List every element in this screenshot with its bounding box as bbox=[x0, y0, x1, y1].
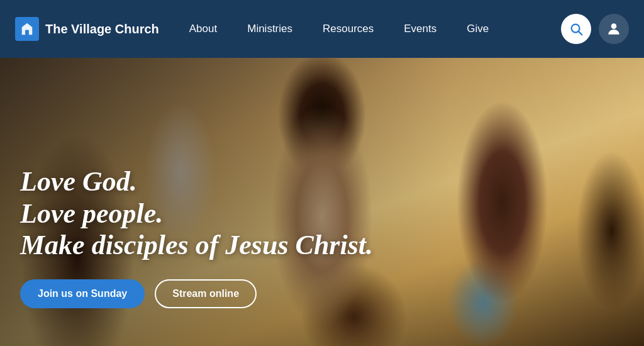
hero-tagline: Love God. Love people. Make disciples of… bbox=[20, 166, 373, 262]
account-button[interactable] bbox=[599, 14, 629, 44]
hero-content: Love God. Love people. Make disciples of… bbox=[20, 166, 373, 308]
hero-buttons: Join us on Sunday Stream online bbox=[20, 279, 373, 308]
nav-give[interactable]: Give bbox=[452, 0, 504, 58]
navbar-actions bbox=[561, 14, 629, 44]
svg-point-2 bbox=[611, 23, 617, 29]
tagline-line1: Love God. bbox=[20, 166, 137, 197]
brand-link[interactable]: The Village Church bbox=[15, 17, 159, 41]
search-button[interactable] bbox=[561, 14, 591, 44]
navbar: The Village Church About Ministries Reso… bbox=[0, 0, 644, 58]
nav-resources[interactable]: Resources bbox=[308, 0, 389, 58]
nav-events[interactable]: Events bbox=[389, 0, 452, 58]
brand-logo bbox=[15, 17, 39, 41]
stream-online-button[interactable]: Stream online bbox=[155, 279, 257, 308]
tagline-line3: Make disciples of Jesus Christ. bbox=[20, 230, 373, 260]
brand-name: The Village Church bbox=[45, 22, 159, 36]
user-icon bbox=[606, 21, 622, 37]
hero-section: Love God. Love people. Make disciples of… bbox=[0, 58, 644, 346]
svg-line-1 bbox=[579, 31, 582, 35]
join-sunday-button[interactable]: Join us on Sunday bbox=[20, 279, 145, 308]
nav-ministries[interactable]: Ministries bbox=[232, 0, 308, 58]
search-icon bbox=[569, 22, 583, 36]
nav-about[interactable]: About bbox=[174, 0, 232, 58]
tagline-line2: Love people. bbox=[20, 198, 163, 229]
main-nav: About Ministries Resources Events Give bbox=[174, 0, 561, 58]
